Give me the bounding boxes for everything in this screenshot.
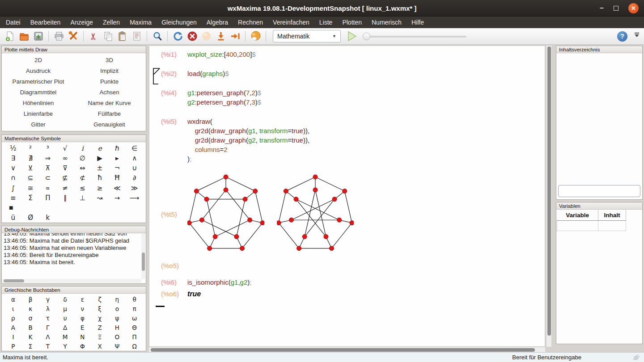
follow-icon[interactable] <box>250 30 262 42</box>
symbol-[interactable]: ∩ <box>4 173 22 183</box>
symbol-[interactable]: ⇒ <box>39 153 57 163</box>
debug-horizontal-scrollbar[interactable] <box>2 279 141 283</box>
greek-letter-Ε[interactable]: Ε <box>74 323 91 332</box>
restart-maxima-icon[interactable] <box>172 30 184 42</box>
symbol-[interactable]: ⊥ <box>74 193 91 203</box>
user-symbol-k[interactable]: k <box>39 213 57 223</box>
play-button[interactable] <box>346 30 358 42</box>
symbol-[interactable]: ≪ <box>109 183 126 193</box>
symbol-[interactable]: ħ <box>91 173 109 183</box>
greek-letter-Ο[interactable]: Ο <box>109 332 126 341</box>
draw-button-implizit[interactable]: Implizit <box>74 65 145 76</box>
greek-letter-Γ[interactable]: Γ <box>39 323 57 332</box>
cell-i1[interactable]: (%i1)wxplot_size:[400,200]$ <box>161 50 545 59</box>
menu-plotten[interactable]: Plotten <box>337 17 367 28</box>
greek-letter-ξ[interactable]: ξ <box>91 304 109 313</box>
draw-button-punkte[interactable]: Punkte <box>74 76 145 87</box>
interrupt-icon[interactable] <box>186 30 198 42</box>
greek-letter-χ[interactable]: χ <box>91 313 109 323</box>
draw-button-diagrammtitel[interactable]: Diagrammtitel <box>3 87 74 97</box>
variables-empty-row[interactable] <box>557 220 626 231</box>
menu-anzeige[interactable]: Anzeige <box>65 17 98 28</box>
symbol-[interactable]: ⊂ <box>39 173 57 183</box>
cell-o6[interactable]: (%o6)true <box>161 289 545 299</box>
menu-algebra[interactable]: Algebra <box>202 17 233 28</box>
greek-letter-Θ[interactable]: Θ <box>126 323 143 332</box>
greek-letter-Π[interactable]: Π <box>126 332 143 341</box>
menu-datei[interactable]: Datei <box>1 17 25 28</box>
mode-select-dropdown[interactable]: Mathematik ▼ <box>273 30 341 42</box>
cell-i2[interactable]: (%i2)load(graphs)$ <box>161 69 545 78</box>
cell-i5[interactable]: (%i5)wxdraw( gr2d(draw_graph(g1, transfo… <box>161 117 545 164</box>
symbol-[interactable]: ⊄ <box>74 173 91 183</box>
preferences-icon[interactable] <box>67 30 79 42</box>
greek-letter-Ι[interactable]: Ι <box>4 332 22 341</box>
symbol-[interactable]: ⟶ <box>126 193 143 203</box>
greek-letter-Η[interactable]: Η <box>109 323 126 332</box>
menu-bearbeiten[interactable]: Bearbeiten <box>25 17 66 28</box>
menu-numerisch[interactable]: Numerisch <box>367 17 407 28</box>
symbol-[interactable]: ½ <box>4 143 22 153</box>
symbol-[interactable]: Ħ <box>109 173 126 183</box>
open-folder-icon[interactable] <box>18 30 30 42</box>
symbol-e[interactable]: e <box>91 143 109 153</box>
greek-letter-π[interactable]: π <box>126 304 143 313</box>
symbol-[interactable]: ± <box>91 163 109 173</box>
greek-letter-Α[interactable]: Α <box>4 323 22 332</box>
greek-letter-Ξ[interactable]: Ξ <box>91 332 109 341</box>
draw-button-achsen[interactable]: Achsen <box>74 87 145 97</box>
greek-letter-Λ[interactable]: Λ <box>39 332 57 341</box>
symbol-i[interactable]: i <box>74 143 91 153</box>
symbol-[interactable]: ² <box>22 143 39 153</box>
greek-letter-ζ[interactable]: ζ <box>91 295 109 304</box>
symbol-[interactable]: ⊈ <box>56 173 74 183</box>
greek-letter-α[interactable]: α <box>4 295 22 304</box>
symbol-[interactable]: ∅ <box>74 153 91 163</box>
draw-button-genauigkeit[interactable]: Genauigkeit <box>74 119 145 130</box>
close-button[interactable]: ✕ <box>628 3 639 13</box>
symbol-[interactable]: ■ <box>4 203 22 213</box>
evaluate-to-point-icon[interactable] <box>215 30 227 42</box>
greek-letter-Δ[interactable]: Δ <box>56 323 74 332</box>
cell-i6[interactable]: (%i6)is_isomorphic(g1,g2); <box>161 278 545 287</box>
user-symbol-[interactable]: Ø <box>22 213 39 223</box>
help-button[interactable]: ? <box>617 31 627 42</box>
select-all-icon[interactable] <box>131 30 143 42</box>
draw-button-name-der-kurve[interactable]: Name der Kurve <box>74 97 145 108</box>
cut-icon[interactable]: ✂ <box>88 30 100 42</box>
greek-letter-λ[interactable]: λ <box>39 304 57 313</box>
greek-letter-δ[interactable]: δ <box>56 295 74 304</box>
toolbar-overflow-button[interactable] <box>633 33 640 40</box>
symbol-[interactable]: ⊆ <box>22 173 39 183</box>
greek-letter-ω[interactable]: ω <box>126 313 143 323</box>
symbol-[interactable]: ⇔ <box>74 163 91 173</box>
draw-button-ausdruck[interactable]: Ausdruck <box>3 65 74 76</box>
greek-letter-Ω[interactable]: Ω <box>126 341 143 351</box>
greek-letter-Ψ[interactable]: Ψ <box>109 341 126 351</box>
debug-vertical-scrollbar[interactable] <box>141 234 145 279</box>
horizontal-caret[interactable] <box>156 306 165 307</box>
menu-maxima[interactable]: Maxima <box>125 17 157 28</box>
slider-knob[interactable] <box>363 33 370 40</box>
greek-letter-Ρ[interactable]: Ρ <box>4 341 22 351</box>
greek-letter-ψ[interactable]: ψ <box>109 313 126 323</box>
greek-letter-κ[interactable]: κ <box>22 304 39 313</box>
greek-letter-β[interactable]: β <box>22 295 39 304</box>
symbol-[interactable]: ∧ <box>126 153 143 163</box>
symbol-[interactable]: ▶ <box>91 153 109 163</box>
symbol-[interactable]: ∂ <box>126 173 143 183</box>
draw-button-3d[interactable]: 3D <box>74 55 145 65</box>
toc-filter-input[interactable] <box>558 185 640 197</box>
symbol-[interactable]: ∫ <box>4 183 22 193</box>
worksheet[interactable]: (%i1)wxplot_size:[400,200]$(%i2)load(gra… <box>149 46 545 347</box>
greek-letter-Κ[interactable]: Κ <box>22 332 39 341</box>
greek-letter-Φ[interactable]: Φ <box>74 341 91 351</box>
symbol-[interactable]: ∥ <box>56 193 74 203</box>
greek-letter-ι[interactable]: ι <box>4 304 22 313</box>
greek-letter-η[interactable]: η <box>109 295 126 304</box>
greek-letter-μ[interactable]: μ <box>56 304 74 313</box>
greek-letter-σ[interactable]: σ <box>22 313 39 323</box>
menu-gleichungen[interactable]: Gleichungen <box>157 17 202 28</box>
menu-rechnen[interactable]: Rechnen <box>233 17 268 28</box>
greek-letter-ο[interactable]: ο <box>109 304 126 313</box>
